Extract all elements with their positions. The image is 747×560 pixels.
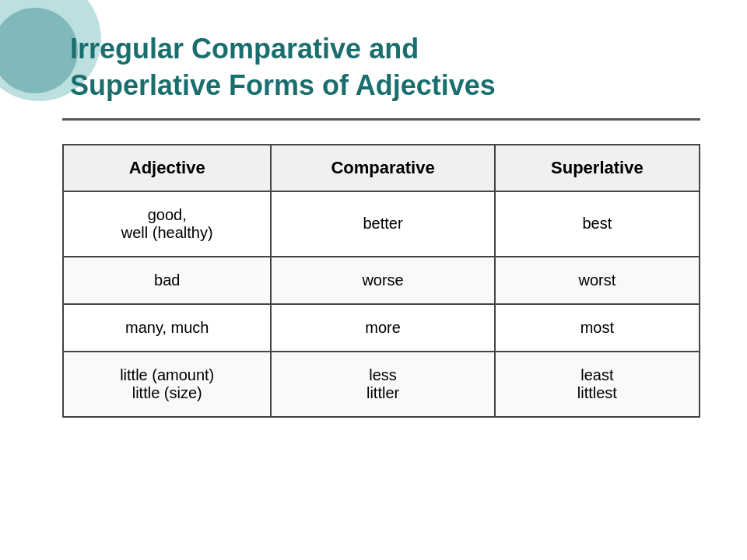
table-header-row: Adjective Comparative Superlative [63,145,700,191]
page-title: Irregular Comparative and Superlative Fo… [62,31,700,104]
cell-adjective: bad [63,257,271,304]
page-container: Irregular Comparative and Superlative Fo… [0,0,747,560]
table-row: good, well (healthy)betterbest [63,191,700,257]
cell-adjective: little (amount) little (size) [63,352,271,417]
cell-comparative: more [271,304,494,352]
adjectives-table: Adjective Comparative Superlative good, … [62,144,700,418]
title-line2: Superlative Forms of Adjectives [70,69,496,101]
table-row: many, muchmoremost [63,304,700,352]
cell-comparative: less littler [271,352,494,417]
content-area: Irregular Comparative and Superlative Fo… [62,31,700,418]
title-line1: Irregular Comparative and [70,33,419,65]
col-header-superlative: Superlative [495,145,700,191]
col-header-adjective: Adjective [63,145,271,191]
cell-superlative: worst [495,257,700,304]
cell-comparative: worse [271,257,494,304]
cell-adjective: good, well (healthy) [63,191,271,257]
cell-superlative: best [495,191,700,257]
cell-superlative: least littlest [495,352,700,417]
col-header-comparative: Comparative [271,145,494,191]
table-row: badworseworst [63,257,700,304]
cell-adjective: many, much [63,304,271,352]
title-divider [62,118,700,121]
table-row: little (amount) little (size)less little… [63,352,700,417]
cell-superlative: most [495,304,700,352]
cell-comparative: better [271,191,494,257]
